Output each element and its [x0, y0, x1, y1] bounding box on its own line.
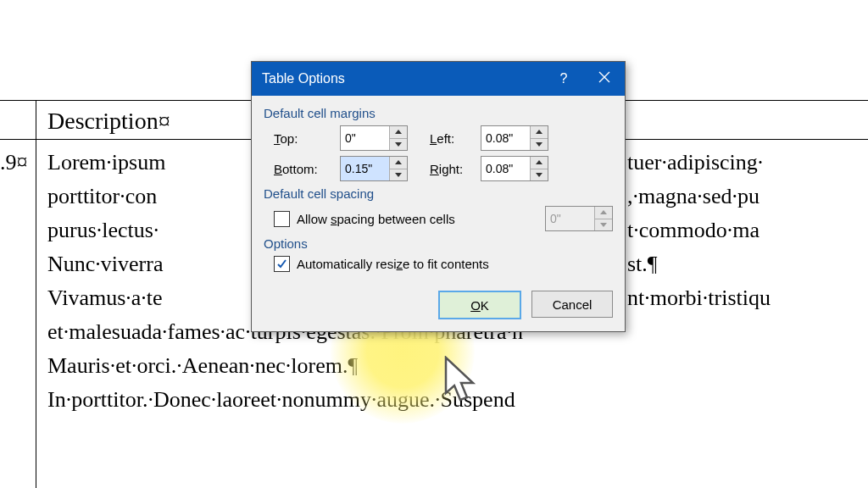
doc-right-0: tuer·adipiscing·	[627, 146, 763, 180]
doc-right-2: t·commodo·ma	[627, 214, 760, 247]
help-button[interactable]: ?	[543, 62, 584, 96]
right-margin-spinner[interactable]	[481, 156, 548, 181]
doc-line-6: Mauris·et·orci.·Aenean·nec·lorem.¶	[47, 349, 358, 383]
cell-spacing-input	[546, 207, 594, 230]
table-options-dialog: Table Options ? Default cell margins Top…	[251, 61, 626, 332]
dialog-titlebar[interactable]: Table Options ?	[252, 62, 625, 96]
cell-spacing-spinner	[545, 206, 613, 231]
top-margin-spinner[interactable]	[340, 125, 408, 151]
spin-up-icon	[595, 207, 612, 219]
doc-line-2: purus·lectus·	[47, 214, 159, 247]
bottom-margin-spinner[interactable]	[340, 156, 408, 181]
allow-spacing-label: Allow spacing between cells	[297, 212, 455, 226]
auto-resize-label: Automatically resize to fit contents	[297, 257, 489, 271]
spin-up-icon[interactable]	[390, 157, 407, 169]
doc-line-1: porttitor·con	[47, 180, 157, 214]
bottom-margin-label: Bottom:	[274, 162, 333, 176]
spin-up-icon[interactable]	[390, 126, 407, 139]
cancel-button[interactable]: Cancel	[531, 291, 613, 318]
spin-up-icon[interactable]	[531, 126, 548, 139]
spin-down-icon[interactable]	[531, 169, 548, 181]
right-margin-input[interactable]	[481, 157, 530, 180]
top-margin-label: Top:	[274, 131, 333, 146]
dialog-title: Table Options	[262, 71, 345, 86]
table-header-description: Description¤	[47, 104, 170, 138]
spin-down-icon	[595, 219, 612, 231]
doc-line-7: In·porttitor.·Donec·laoreet·nonummy·augu…	[47, 383, 515, 417]
top-margin-input[interactable]	[341, 126, 389, 150]
left-margin-spinner[interactable]	[481, 125, 548, 151]
spin-down-icon[interactable]	[531, 139, 548, 151]
doc-right-4: nt·morbi·tristiqu	[627, 281, 771, 315]
auto-resize-checkbox[interactable]	[274, 256, 290, 272]
help-icon: ?	[560, 71, 568, 86]
spin-up-icon[interactable]	[531, 157, 548, 169]
left-margin-label: Left:	[430, 131, 474, 146]
close-button[interactable]	[584, 62, 625, 96]
doc-line-4: Vivamus·a·te	[47, 281, 163, 315]
allow-spacing-checkbox[interactable]	[274, 211, 290, 227]
close-icon	[598, 71, 610, 86]
left-margin-input[interactable]	[481, 126, 530, 150]
spin-down-icon[interactable]	[390, 169, 407, 181]
bottom-margin-input[interactable]	[341, 157, 389, 180]
doc-right-1: ,·magna·sed·pu	[627, 180, 760, 214]
ok-button[interactable]: OK	[438, 291, 521, 319]
doc-line-3: Nunc·viverra	[47, 247, 163, 281]
group-options-title: Options	[264, 236, 613, 251]
group-spacing-title: Default cell spacing	[264, 186, 613, 201]
doc-line-0: Lorem·ipsum	[47, 146, 165, 180]
doc-right-3: st.¶	[627, 247, 658, 281]
table-row-id: .9¤	[0, 146, 28, 180]
group-margins-title: Default cell margins	[264, 106, 613, 120]
checkmark-icon	[276, 258, 287, 269]
right-margin-label: Right:	[430, 162, 474, 176]
spin-down-icon[interactable]	[390, 139, 407, 151]
